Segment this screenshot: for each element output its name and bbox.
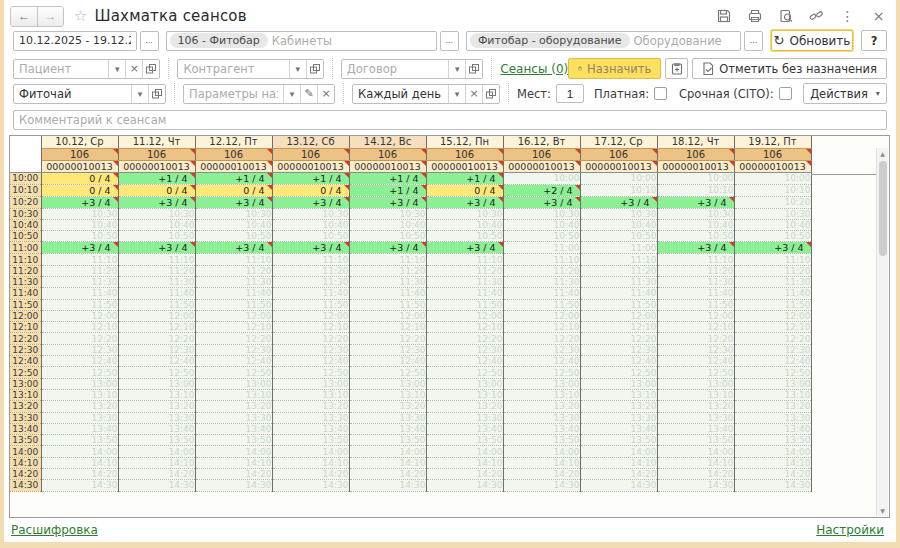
equipment-more-button[interactable]: ... bbox=[744, 31, 763, 51]
session-cell-filled[interactable]: +3 / 4 bbox=[41, 196, 118, 208]
session-cell-empty[interactable]: 12:50 bbox=[657, 367, 734, 378]
session-cell-empty[interactable]: 12:00 bbox=[118, 310, 195, 321]
session-cell-empty[interactable]: 13:10 bbox=[41, 389, 118, 400]
session-cell-empty[interactable]: 11:20 bbox=[657, 265, 734, 276]
time-label[interactable]: 12:20 bbox=[10, 333, 41, 344]
session-cell-empty[interactable]: 13:00 bbox=[349, 378, 426, 389]
time-label[interactable]: 12:30 bbox=[10, 344, 41, 355]
time-label[interactable]: 13:20 bbox=[10, 401, 41, 412]
periodicity-dropdown-icon[interactable]: ▾ bbox=[448, 85, 465, 103]
session-cell-empty[interactable]: 13:50 bbox=[734, 435, 811, 446]
session-cell-empty[interactable]: 12:50 bbox=[195, 367, 272, 378]
session-cell-empty[interactable]: 13:50 bbox=[426, 435, 503, 446]
session-cell-empty[interactable]: 11:30 bbox=[349, 276, 426, 287]
session-cell-empty[interactable]: 12:00 bbox=[657, 310, 734, 321]
session-cell-filled[interactable]: +3 / 4 bbox=[426, 242, 503, 254]
session-cell-empty[interactable]: 13:20 bbox=[734, 401, 811, 412]
session-cell-empty[interactable]: 11:20 bbox=[272, 265, 349, 276]
session-cell-empty[interactable]: 13:50 bbox=[503, 435, 580, 446]
print-icon[interactable] bbox=[747, 9, 762, 24]
session-cell-empty[interactable]: 13:40 bbox=[195, 423, 272, 434]
session-cell-empty[interactable]: 12:20 bbox=[503, 333, 580, 344]
comment-field[interactable] bbox=[13, 110, 887, 130]
session-cell-empty[interactable]: 12:00 bbox=[734, 310, 811, 321]
session-cell-empty[interactable]: 14:30 bbox=[426, 480, 503, 491]
session-cell-empty[interactable]: 11:20 bbox=[503, 265, 580, 276]
session-cell-empty[interactable]: 14:00 bbox=[272, 446, 349, 457]
session-cell-empty[interactable]: 13:00 bbox=[580, 378, 657, 389]
session-cell-empty[interactable]: 11:30 bbox=[272, 276, 349, 287]
more-icon[interactable]: ⋮ bbox=[840, 9, 855, 24]
session-cell-empty[interactable]: 13:30 bbox=[195, 412, 272, 423]
code-header-cell[interactable]: 00000010013 bbox=[657, 160, 734, 172]
session-cell-empty[interactable]: 12:50 bbox=[503, 367, 580, 378]
session-cell-empty[interactable]: 11:10 bbox=[118, 254, 195, 265]
date-header-cell[interactable]: 13.12, Сб bbox=[272, 136, 349, 148]
session-cell-empty[interactable]: 10:10 bbox=[657, 184, 734, 196]
session-cell-empty[interactable]: 14:30 bbox=[503, 480, 580, 491]
session-cell-empty[interactable]: 14:00 bbox=[41, 446, 118, 457]
session-cell-empty[interactable]: 12:30 bbox=[349, 344, 426, 355]
session-cell-filled[interactable]: +3 / 4 bbox=[657, 196, 734, 208]
session-cell-empty[interactable]: 10:40 bbox=[118, 219, 195, 230]
session-cell-empty[interactable]: 14:20 bbox=[41, 469, 118, 480]
session-cell-empty[interactable]: 12:30 bbox=[426, 344, 503, 355]
session-cell-empty[interactable]: 12:30 bbox=[195, 344, 272, 355]
time-label[interactable]: 11:40 bbox=[10, 288, 41, 299]
session-cell-empty[interactable]: 11:30 bbox=[657, 276, 734, 287]
session-cell-filled[interactable]: +3 / 4 bbox=[41, 242, 118, 254]
mark-without-assignment-button[interactable]: Отметить без назначения bbox=[692, 58, 887, 79]
session-cell-empty[interactable]: 13:30 bbox=[118, 412, 195, 423]
session-cell-empty[interactable]: 14:20 bbox=[118, 469, 195, 480]
session-cell-filled[interactable]: +3 / 4 bbox=[426, 196, 503, 208]
session-cell-empty[interactable]: 10:40 bbox=[426, 219, 503, 230]
session-cell-empty[interactable]: 14:20 bbox=[657, 469, 734, 480]
session-cell-filled[interactable]: +3 / 4 bbox=[272, 196, 349, 208]
session-cell-empty[interactable]: 11:50 bbox=[657, 299, 734, 310]
session-cell-empty[interactable]: 13:50 bbox=[349, 435, 426, 446]
session-cell-empty[interactable]: 10:40 bbox=[580, 219, 657, 230]
session-cell-empty[interactable]: 11:40 bbox=[580, 288, 657, 299]
session-cell-empty[interactable]: 11:50 bbox=[580, 299, 657, 310]
refresh-button[interactable]: ↻ Обновить bbox=[771, 30, 853, 51]
session-cell-empty[interactable]: 14:10 bbox=[41, 457, 118, 468]
session-cell-filled[interactable]: 0 / 4 bbox=[426, 184, 503, 196]
equipment-tag[interactable]: Фитобар - оборудование bbox=[470, 33, 630, 48]
patient-dropdown-icon[interactable]: ▾ bbox=[108, 60, 125, 78]
assignment-params-field[interactable]: ▾ ✎ × bbox=[183, 84, 335, 104]
room-header-cell[interactable]: 106 bbox=[349, 148, 426, 160]
session-cell-empty[interactable]: 13:50 bbox=[195, 435, 272, 446]
code-header-cell[interactable]: 00000010013 bbox=[426, 160, 503, 172]
session-cell-empty[interactable]: 13:30 bbox=[426, 412, 503, 423]
session-cell-empty[interactable]: 12:10 bbox=[580, 322, 657, 333]
session-cell-empty[interactable]: 13:10 bbox=[118, 389, 195, 400]
session-cell-empty[interactable]: 12:40 bbox=[580, 356, 657, 367]
session-cell-empty[interactable]: 12:50 bbox=[118, 367, 195, 378]
comment-input[interactable] bbox=[14, 111, 886, 129]
session-cell-empty[interactable]: 11:10 bbox=[580, 254, 657, 265]
session-cell-empty[interactable]: 10:50 bbox=[118, 231, 195, 242]
contract-input[interactable] bbox=[342, 60, 449, 78]
service-field[interactable]: ▾ bbox=[13, 84, 166, 104]
session-cell-empty[interactable]: 12:30 bbox=[41, 344, 118, 355]
date-header-cell[interactable]: 12.12, Пт bbox=[195, 136, 272, 148]
session-cell-empty[interactable]: 10:30 bbox=[272, 208, 349, 219]
code-header-cell[interactable]: 00000010013 bbox=[195, 160, 272, 172]
session-cell-empty[interactable]: 10:50 bbox=[503, 231, 580, 242]
session-cell-empty[interactable]: 10:10 bbox=[734, 184, 811, 196]
session-cell-empty[interactable]: 13:00 bbox=[657, 378, 734, 389]
session-cell-empty[interactable]: 14:10 bbox=[503, 457, 580, 468]
session-cell-empty[interactable]: 14:30 bbox=[195, 480, 272, 491]
equipment-field[interactable]: Фитобар - оборудование Оборудование bbox=[466, 31, 741, 51]
period-input[interactable] bbox=[14, 32, 136, 50]
session-cell-empty[interactable]: 11:10 bbox=[426, 254, 503, 265]
session-cell-empty[interactable]: 13:00 bbox=[426, 378, 503, 389]
session-cell-empty[interactable]: 11:20 bbox=[426, 265, 503, 276]
session-cell-empty[interactable]: 12:10 bbox=[349, 322, 426, 333]
code-header-cell[interactable]: 00000010013 bbox=[503, 160, 580, 172]
room-header-cell[interactable]: 106 bbox=[580, 148, 657, 160]
cabinets-field[interactable]: 106 - Фитобар Кабинеты bbox=[166, 31, 437, 51]
session-cell-empty[interactable]: 12:20 bbox=[426, 333, 503, 344]
sessions-link[interactable]: Сеансы (0) bbox=[500, 62, 568, 76]
session-cell-empty[interactable]: 12:20 bbox=[272, 333, 349, 344]
